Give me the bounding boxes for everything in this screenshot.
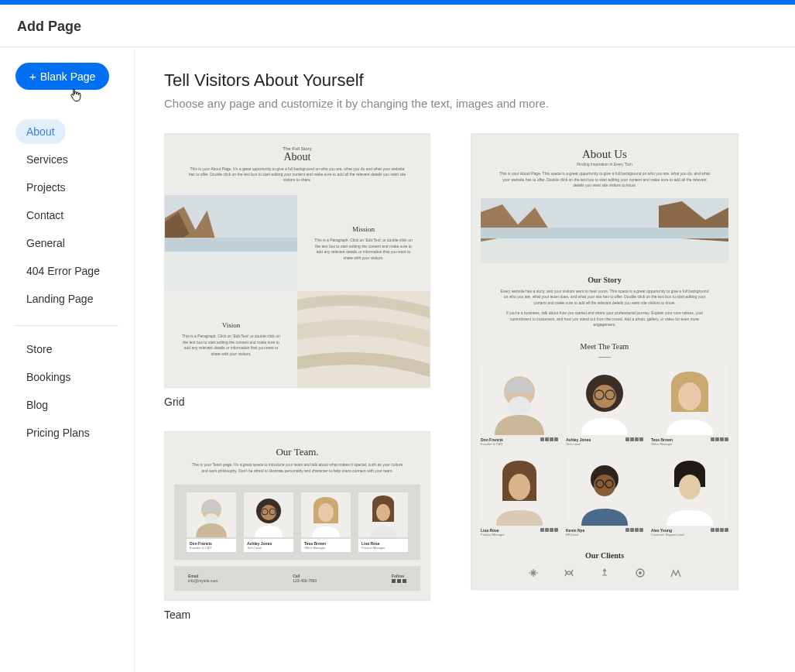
team-contact-row: Emailinfo@mysite.com Call123-456-7890 Fo… [174,566,420,591]
aboutus-meet-title: Meet The Team [471,342,738,351]
grid-title: About [188,151,406,163]
client-logo-icon [562,567,576,578]
svg-point-30 [509,474,530,500]
grid-image-marble [297,291,430,387]
blank-page-button[interactable]: + Blank Page [15,63,109,90]
aboutus-tagline: Finding Inspiration in Every Turn [499,162,711,166]
sidebar-item-bookings[interactable]: Bookings [15,365,82,389]
template-team-label: Team [164,609,430,621]
svg-point-24 [593,385,616,408]
sidebar-item-landing[interactable]: Landing Page [15,286,104,311]
aboutus-clients-title: Our Clients [471,551,738,560]
client-logo-icon [526,567,540,578]
sidebar-item-404[interactable]: 404 Error Page [15,259,111,283]
sidebar-item-services[interactable]: Services [15,147,79,172]
svg-point-37 [679,475,701,499]
client-logo-icon [633,567,647,578]
template-grid[interactable]: The Full Story About This is your About … [164,133,430,408]
grid-vision-block: Vision This is a Paragraph. Click on 'Ed… [165,291,297,387]
template-about-us[interactable]: About Us Finding Inspiration in Every Tu… [471,133,738,590]
team-desc: This is your Team page. It's a great spa… [188,462,406,474]
grid-mission-block: Mission This is a Paragraph. Click on 'E… [297,195,430,291]
template-team[interactable]: Our Team. This is your Team page. It's a… [164,431,430,622]
template-grid-label: Grid [164,396,430,408]
aboutus-story-title: Our Story [499,276,711,284]
main-subtitle: Choose any page and customize it by chan… [164,97,766,110]
svg-point-15 [376,504,390,521]
sidebar-item-general[interactable]: General [15,231,76,255]
grid-desc: This is your About Page. It's a great op… [188,166,406,183]
svg-point-9 [261,505,276,520]
svg-point-28 [678,382,701,410]
svg-point-39 [639,571,642,574]
sidebar: + Blank Page About Services Projects Con… [0,47,135,672]
svg-rect-18 [481,228,728,238]
aboutus-desc: This is your About Page. This space is a… [499,171,711,189]
blank-page-button-label: Blank Page [40,70,96,83]
svg-point-13 [318,503,334,522]
aboutus-banner-image [481,198,728,263]
svg-point-33 [594,475,615,496]
team-members-row: Don FrancisFounder & CEO Ashley JonesTec… [174,485,420,560]
client-logo-icon [598,567,612,578]
aboutus-title: About Us [499,148,711,161]
sidebar-item-about[interactable]: About [15,119,66,144]
svg-rect-2 [165,238,297,252]
main-title: Tell Visitors About Yourself [164,70,766,91]
team-title: Our Team. [188,446,406,458]
page-title: Add Page [0,5,795,47]
sidebar-item-projects[interactable]: Projects [15,175,77,200]
nav-primary: About Services Projects Contact General … [15,119,134,314]
nav-separator [15,325,118,326]
nav-secondary: Store Bookings Blog Pricing Plans [15,337,134,448]
sidebar-item-store[interactable]: Store [15,337,63,362]
sidebar-item-blog[interactable]: Blog [15,393,59,417]
client-logos [471,567,738,578]
aboutus-team-grid: Don FrancisFounder & CEO Ashley JonesTec… [471,365,738,539]
sidebar-item-contact[interactable]: Contact [15,203,74,228]
main-content: Tell Visitors About Yourself Choose any … [135,47,795,672]
grid-image-beach [165,195,297,291]
client-logo-icon [669,567,683,578]
sidebar-item-pricing[interactable]: Pricing Plans [15,420,101,445]
plus-icon: + [29,70,36,83]
svg-point-21 [509,396,530,415]
cursor-hand-icon [70,88,134,105]
